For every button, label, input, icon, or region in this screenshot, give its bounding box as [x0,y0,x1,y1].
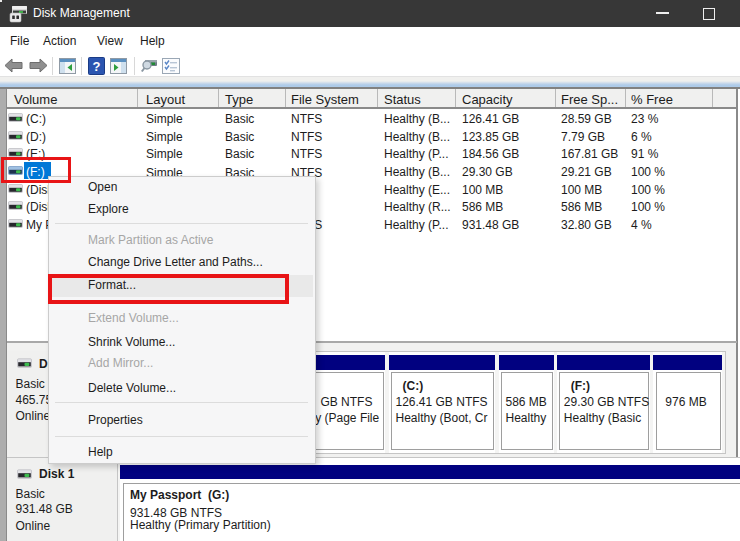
svg-text:?: ? [93,59,101,74]
